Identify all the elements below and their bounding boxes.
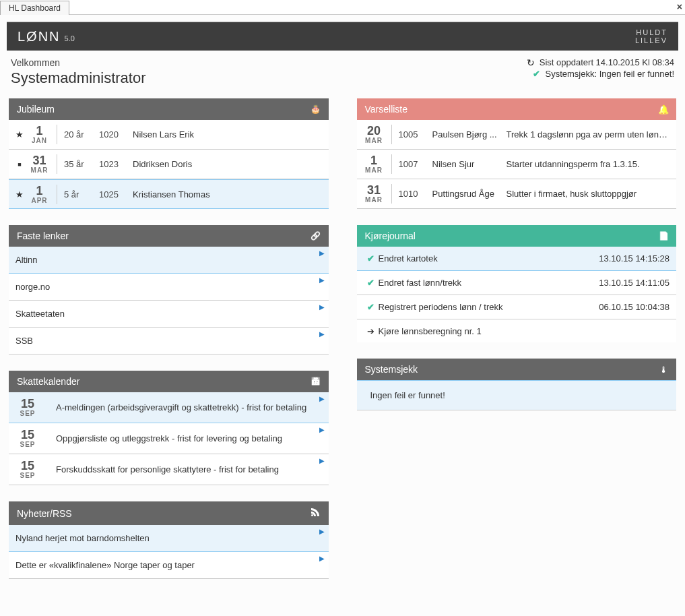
- syssjekk-message: Ingen feil er funnet!: [370, 390, 445, 400]
- journal-timestamp: 13.10.15 14:11:05: [599, 278, 670, 288]
- syscheck-status: Systemsjekk: Ingen feil er funnet!: [546, 69, 674, 79]
- journal-row[interactable]: Kjøre lønnsberegning nr. 1: [357, 319, 677, 342]
- varsel-row[interactable]: 20 MAR 1005 Paulsen Bjørg ... Trekk 1 da…: [357, 120, 677, 150]
- age-cell: 5 år: [64, 189, 99, 199]
- link-item[interactable]: SSB ▶: [9, 328, 329, 355]
- name-cell: Paulsen Bjørg ...: [432, 129, 507, 140]
- news-item[interactable]: Nyland herjet mot barndomshelten ▶: [9, 525, 329, 552]
- panel-header-lenker[interactable]: Faste lenker: [9, 225, 329, 247]
- chevron-right-icon: ▶: [319, 249, 325, 257]
- chevron-right-icon: ▶: [319, 555, 325, 562]
- cake-icon: [311, 104, 321, 114]
- panel-lenker: Faste lenker Altinn ▶ norge.no ▶ Skattee…: [8, 224, 329, 355]
- panel-header-kjore[interactable]: Kjørejournal: [357, 225, 677, 247]
- tab-bar: HL Dashboard ×: [0, 0, 685, 15]
- varsel-row[interactable]: 1 MAR 1007 Nilsen Sjur Starter utdanning…: [357, 150, 677, 179]
- welcome-label: Velkommen: [11, 57, 146, 68]
- panel-header-nyheter[interactable]: Nyheter/RSS: [9, 501, 329, 525]
- panel-header-syssjekk[interactable]: Systemsjekk: [357, 359, 677, 380]
- vendor-label: HULDT LILLEV: [635, 28, 667, 44]
- name-cell: Kristiansen Thomas: [133, 189, 322, 199]
- panel-header-varsel[interactable]: Varselliste: [357, 98, 677, 120]
- date-cell: 15 SEP: [14, 460, 45, 479]
- skatt-message: A-meldingen (arbeidsgiveravgift og skatt…: [56, 402, 323, 412]
- date-cell: 20 MAR: [361, 125, 392, 144]
- panel-kjorejournal: Kjørejournal Endret kartotek 13.10.15 14…: [356, 224, 678, 343]
- date-cell: 1 APR: [26, 185, 57, 204]
- rss-icon: [310, 507, 321, 520]
- jubileum-row[interactable]: ★ 1 APR 5 år 1025 Kristiansen Thomas: [9, 179, 329, 209]
- panel-title: Nyheter/RSS: [17, 508, 72, 519]
- right-column: Varselliste 20 MAR 1005 Paulsen Bjørg ..…: [356, 98, 678, 594]
- id-cell: 1020: [99, 129, 133, 140]
- check-icon: [364, 278, 379, 288]
- news-label: Dette er «kvalikfinalene» Norge taper og…: [15, 560, 195, 570]
- link-item[interactable]: Skatteetaten ▶: [9, 301, 329, 328]
- chevron-right-icon: ▶: [319, 426, 325, 433]
- chevron-right-icon: ▶: [319, 330, 325, 338]
- link-label: norge.no: [15, 282, 50, 292]
- panel-title: Varselliste: [365, 104, 408, 115]
- journal-row[interactable]: Registrert periodens lønn / trekk 06.10.…: [357, 295, 677, 319]
- journal-row[interactable]: Endret kartotek 13.10.15 14:15:28: [357, 247, 677, 271]
- app-banner: LØNN 5.0 HULDT LILLEV: [7, 22, 678, 51]
- skatt-row[interactable]: 15 SEP Oppgjørsliste og utleggstrekk - f…: [9, 423, 329, 454]
- date-cell: 15 SEP: [14, 429, 45, 448]
- message-cell: Slutter i firmaet, husk sluttoppgjør: [507, 189, 670, 199]
- skatt-message: Forskuddsskatt for personlige skattytere…: [56, 464, 323, 474]
- link-item[interactable]: norge.no ▶: [9, 274, 329, 301]
- age-cell: 35 år: [64, 159, 99, 169]
- name-cell: Nilsen Lars Erik: [133, 129, 322, 140]
- id-cell: 1025: [99, 189, 133, 199]
- age-cell: 20 år: [64, 129, 99, 140]
- panel-header-jubileum[interactable]: Jubileum: [9, 98, 329, 120]
- panel-jubileum: Jubileum ★ 1 JAN 20 år 1020 Nilsen Lars …: [8, 98, 329, 210]
- journal-label: Endret fast lønn/trekk: [379, 278, 599, 288]
- user-name: Systemadministrator: [11, 69, 146, 87]
- refresh-icon[interactable]: [526, 58, 535, 67]
- id-cell: 1005: [399, 129, 432, 140]
- star-icon: ■: [13, 161, 26, 168]
- skatt-row[interactable]: 15 SEP Forskuddsskatt for personlige ska…: [9, 454, 329, 485]
- panel-varselliste: Varselliste 20 MAR 1005 Paulsen Bjørg ..…: [356, 98, 678, 210]
- date-cell: 1 JAN: [26, 125, 57, 144]
- document-icon: [659, 231, 668, 241]
- link-icon: [311, 231, 321, 241]
- welcome-bar: Velkommen Systemadministrator Sist oppda…: [7, 51, 678, 98]
- journal-timestamp: 06.10.15 10:04:38: [599, 302, 670, 312]
- skatt-row[interactable]: 15 SEP A-meldingen (arbeidsgiveravgift o…: [9, 392, 329, 423]
- id-cell: 1007: [399, 159, 432, 169]
- name-cell: Puttingsrud Åge: [432, 189, 507, 199]
- panel-header-skatt[interactable]: Skattekalender: [9, 371, 329, 392]
- close-icon[interactable]: ×: [677, 1, 682, 12]
- panel-title: Kjørejournal: [365, 230, 416, 241]
- left-column: Jubileum ★ 1 JAN 20 år 1020 Nilsen Lars …: [8, 98, 329, 594]
- jubileum-row[interactable]: ■ 31 MAR 35 år 1023 Didriksen Doris: [9, 150, 329, 179]
- link-item[interactable]: Altinn ▶: [9, 247, 329, 274]
- page: LØNN 5.0 HULDT LILLEV Velkommen Systemad…: [7, 22, 678, 594]
- message-cell: Starter utdanningsperm fra 1.3.15.: [507, 159, 670, 169]
- name-cell: Didriksen Doris: [133, 159, 322, 169]
- syssjekk-row[interactable]: Ingen feil er funnet!: [357, 380, 677, 410]
- tab-hl-dashboard[interactable]: HL Dashboard: [0, 1, 69, 15]
- link-label: Altinn: [15, 255, 38, 265]
- check-icon: [532, 69, 542, 79]
- last-updated: Sist oppdatert 14.10.2015 Kl 08:34: [540, 57, 674, 67]
- journal-label: Endret kartotek: [379, 253, 599, 264]
- panel-title: Faste lenker: [17, 230, 69, 241]
- journal-label: Kjøre lønnsberegning nr. 1: [379, 326, 670, 336]
- chevron-right-icon: ▶: [319, 457, 325, 464]
- link-label: Skatteetaten: [15, 309, 65, 319]
- varsel-row[interactable]: 31 MAR 1010 Puttingsrud Åge Slutter i fi…: [357, 179, 677, 209]
- chevron-right-icon: ▶: [319, 395, 325, 402]
- message-cell: Trekk 1 dagslønn pga av perm uten lønn 4: [507, 129, 670, 140]
- news-item[interactable]: Dette er «kvalikfinalene» Norge taper og…: [9, 552, 329, 579]
- chevron-right-icon: ▶: [319, 276, 325, 284]
- journal-row[interactable]: Endret fast lønn/trekk 13.10.15 14:11:05: [357, 271, 677, 295]
- date-cell: 31 MAR: [26, 154, 57, 174]
- thermometer-icon: [659, 365, 668, 374]
- check-icon: [364, 303, 379, 312]
- brand-version: 5.0: [65, 34, 75, 42]
- id-cell: 1023: [99, 159, 133, 169]
- jubileum-row[interactable]: ★ 1 JAN 20 år 1020 Nilsen Lars Erik: [9, 120, 329, 150]
